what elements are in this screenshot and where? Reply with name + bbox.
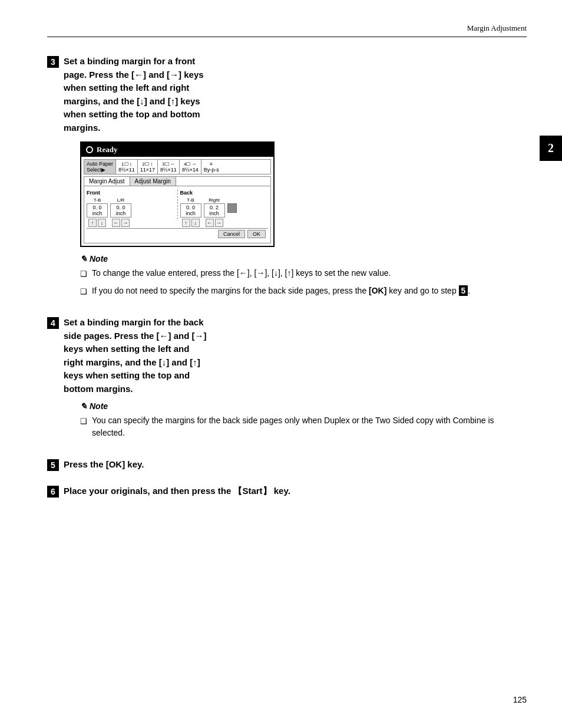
paper-icon-2: 2☐ ↕: [143, 162, 153, 167]
back-right-right-btn[interactable]: →: [215, 219, 223, 227]
step-5-block: 5 Press the [OK] key.: [47, 458, 527, 472]
page-number: 125: [513, 695, 527, 704]
front-lr-field: L/R 0. 0 inch ← →: [110, 197, 131, 227]
front-lr-label: L/R: [117, 197, 124, 203]
step-4-content: Set a binding margin for the back side p…: [64, 316, 527, 445]
note-4-title: ✎ Note: [80, 401, 527, 411]
step-6-num: 6: [47, 486, 59, 498]
front-lr-right-btn[interactable]: →: [121, 219, 130, 227]
paper-size-4: 8½×14: [182, 167, 199, 173]
paper-opt-2[interactable]: 2☐ ↕ 11×17: [138, 160, 158, 174]
back-right-value: 0. 2 inch: [204, 203, 225, 218]
paper-opt-3[interactable]: 3☐ ↔ 8½×11: [158, 160, 180, 174]
front-lr-value: 0. 0 inch: [110, 203, 131, 218]
front-tb-label: T-B: [94, 197, 101, 203]
section-divider: [177, 190, 178, 219]
step-6-text: Place your originals, and then press the…: [64, 485, 527, 498]
screen-footer: Cancel OK: [87, 228, 268, 239]
back-tb-arrows: ↑ ↓: [182, 219, 200, 227]
back-thumb-field: [227, 197, 237, 227]
note-3-title: ✎ Note: [80, 254, 527, 263]
step-4-block: 4 Set a binding margin for the back side…: [47, 316, 527, 445]
step-5-text: Press the [OK] key.: [64, 458, 527, 472]
back-fields: T-B 0. 0 inch ↑ ↓ Right: [180, 197, 269, 227]
note-4-text-1: You can specify the margins for the back…: [92, 414, 527, 439]
note-3-block: ✎ Note ❑ To change the value entered, pr…: [80, 254, 527, 297]
ok-btn[interactable]: OK: [247, 230, 266, 238]
step-4-text: Set a binding margin for the back side p…: [64, 316, 527, 396]
paper-opt-5[interactable]: ≡ By-p-s: [201, 160, 222, 174]
note-4-item-1: ❑ You can specify the margins for the ba…: [80, 414, 527, 439]
screen-header: Ready: [81, 143, 273, 157]
checkbox-icon-1: ❑: [80, 268, 87, 280]
back-right-label: Right: [209, 197, 220, 203]
note-4-label: Note: [90, 401, 108, 411]
step-4-num: 4: [47, 317, 59, 329]
note-4-block: ✎ Note ❑ You can specify the margins for…: [80, 401, 527, 439]
page-container: Margin Adjustment 2 3 Set a binding marg…: [0, 0, 562, 728]
checkbox-icon-3: ❑: [80, 416, 87, 427]
paper-icon-4: 4☐ ↔: [184, 162, 197, 167]
note-3-text-2: If you do not need to specify the margin…: [92, 285, 527, 297]
margin-front-back: Front T-B 0. 0 inch ↑ ↓: [87, 190, 268, 227]
header-bar: Margin Adjustment: [47, 24, 527, 37]
step-3-num: 3: [47, 56, 59, 68]
side-tab: 2: [540, 136, 562, 161]
front-tb-down-btn[interactable]: ↓: [98, 219, 106, 227]
note-3-item-2: ❑ If you do not need to specify the marg…: [80, 285, 527, 298]
note-3-label: Note: [90, 254, 108, 263]
margin-content: Front T-B 0. 0 inch ↑ ↓: [84, 186, 271, 243]
back-right-arrows: ← →: [206, 219, 223, 227]
margin-tabs: Margin Adjust Adjust Margin: [84, 176, 271, 186]
back-tb-field: T-B 0. 0 inch ↑ ↓: [180, 197, 201, 227]
paper-size-1: 8½×11: [118, 167, 135, 173]
ready-circle-icon: [86, 146, 93, 153]
step-3-block: 3 Set a binding margin for a front page.…: [47, 55, 527, 303]
front-lr-left-btn[interactable]: ←: [112, 219, 120, 227]
paper-size-2: 11×17: [140, 167, 155, 173]
paper-icon-1: 1☐ ↕: [121, 162, 132, 167]
cancel-btn[interactable]: Cancel: [218, 230, 245, 238]
paper-label-1: Auto Paper: [87, 161, 113, 167]
screen-mockup: Ready Auto Paper Select▶ 1☐ ↕ 8½×11: [80, 141, 275, 247]
paper-size-5: By-p-s: [204, 167, 219, 173]
checkbox-icon-2: ❑: [80, 286, 87, 298]
back-thumb-label: [231, 197, 232, 203]
step-5-num: 5: [47, 459, 59, 471]
screen-header-text: Ready: [97, 145, 117, 154]
front-tb-up-btn[interactable]: ↑: [88, 219, 97, 227]
step-3-content: Set a binding margin for a front page. P…: [64, 55, 527, 303]
front-tb-arrows: ↑ ↓: [88, 219, 106, 227]
paper-label: Auto Paper Select▶: [84, 160, 116, 174]
step-3-text: Set a binding margin for a front page. P…: [64, 55, 527, 134]
step-6-block: 6 Place your originals, and then press t…: [47, 485, 527, 498]
back-right-left-btn[interactable]: ←: [206, 219, 214, 227]
paper-icon-5: ≡: [210, 162, 213, 167]
paper-opt-4[interactable]: 4☐ ↔ 8½×14: [180, 160, 201, 174]
note-3-icon: ✎: [80, 254, 87, 263]
back-label: Back: [180, 190, 269, 196]
back-thumb-icon: [227, 203, 237, 213]
tab-adjust-margin[interactable]: Adjust Margin: [130, 177, 176, 186]
front-tb-field: T-B 0. 0 inch ↑ ↓: [87, 197, 108, 227]
note-3-item-1: ❑ To change the value entered, press the…: [80, 267, 527, 280]
back-tb-value: 0. 0 inch: [180, 203, 201, 218]
header-title: Margin Adjustment: [467, 24, 527, 33]
tab-margin-adjust[interactable]: Margin Adjust: [84, 177, 130, 186]
paper-opt-1[interactable]: 1☐ ↕ 8½×11: [116, 160, 138, 174]
note-4-icon: ✎: [80, 401, 87, 411]
back-side: Back T-B 0. 0 inch ↑ ↓: [180, 190, 269, 227]
paper-icon-3: 3☐ ↔: [162, 162, 175, 167]
back-tb-up-btn[interactable]: ↑: [182, 219, 190, 227]
back-tb-down-btn[interactable]: ↓: [191, 219, 200, 227]
front-label: Front: [87, 190, 175, 196]
paper-size-3: 8½×11: [160, 167, 177, 173]
paper-selector: Auto Paper Select▶ 1☐ ↕ 8½×11 2☐ ↕ 11×17: [84, 159, 271, 174]
paper-options: 1☐ ↕ 8½×11 2☐ ↕ 11×17 3☐ ↔ 8½×11: [116, 160, 270, 174]
front-tb-value: 0. 0 inch: [87, 203, 108, 218]
front-lr-arrows: ← →: [112, 219, 130, 227]
note-3-text-1: To change the value entered, press the […: [92, 267, 527, 279]
screen-body: Auto Paper Select▶ 1☐ ↕ 8½×11 2☐ ↕ 11×17: [81, 157, 273, 246]
front-side: Front T-B 0. 0 inch ↑ ↓: [87, 190, 175, 227]
step-5-content: Press the [OK] key.: [64, 458, 527, 472]
